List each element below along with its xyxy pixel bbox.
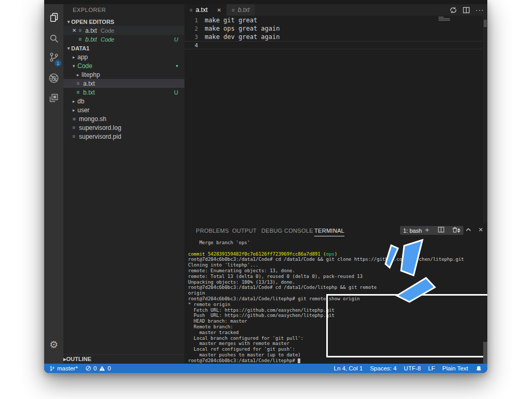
file-label: b.txt [85, 36, 97, 43]
open-editor-item[interactable]: ≡b.txtCodeU [63, 35, 184, 44]
chevron-down-icon: ▾ [71, 63, 76, 69]
tree-file-supervisord-pid[interactable]: ≡supervisord.pid [63, 132, 184, 141]
file-detail: Code [101, 36, 114, 43]
terminal-line: master pushes to master (up to date) [188, 352, 479, 358]
explorer-icon[interactable] [44, 7, 63, 28]
debug-icon[interactable] [44, 68, 63, 88]
open-editors-list: ✕≡a.txtCode ≡b.txtCodeU [63, 26, 184, 44]
panel-tab-problems[interactable]: PROBLEMS [196, 228, 229, 234]
chevron-right-icon: ▸ [71, 99, 76, 104]
open-editor-item[interactable]: ✕≡a.txtCode [63, 26, 184, 35]
file-tree: ▸app▾Code●▸litephp≡a.txt≡b.txtU▸db▸user■… [63, 52, 184, 141]
tree-item-label: db [77, 98, 84, 105]
split-terminal-icon[interactable] [437, 226, 445, 233]
tree-file-a-txt[interactable]: ≡a.txt [63, 79, 184, 88]
panel-tab-terminal[interactable]: TERMINAL [314, 228, 344, 236]
explorer-sidebar: EXPLORER ▾ OPEN EDITORS ✕≡a.txtCode ≡b.t… [63, 4, 184, 364]
language-mode-status[interactable]: Plain Text [442, 365, 468, 371]
editor-scrollbar[interactable] [483, 16, 487, 223]
editor-actions: ··· [449, 4, 484, 16]
sync-changes-icon[interactable] [449, 6, 457, 14]
tab-a-txt[interactable]: ≡ a.txt ✕ [184, 4, 227, 16]
file-icon: ≡ [71, 125, 77, 130]
code-line[interactable]: 2make ops great again [184, 24, 482, 33]
notifications-bell-icon[interactable] [475, 365, 482, 372]
file-icon: ≡ [232, 7, 235, 13]
tree-file-mongo-sh[interactable]: ■mongo.sh [63, 114, 184, 123]
tree-folder-db[interactable]: ▸db [63, 97, 184, 105]
close-icon[interactable]: ✕ [217, 7, 221, 13]
tree-file-supervisord-log[interactable]: ≡supervisord.log [63, 123, 184, 132]
encoding-status[interactable]: UTF-8 [404, 365, 421, 371]
search-icon[interactable] [44, 28, 63, 49]
terminal-line: remote: Total 13 (delta 0), reused 0 (de… [188, 274, 479, 280]
tree-item-label: litephp [82, 71, 100, 78]
kill-terminal-trash-icon[interactable] [451, 226, 458, 233]
vscode-window: 1 ⚙ EXPLORER ▾ OPEN EDITORS ✕≡a.txtCode … [44, 0, 487, 373]
terminal-line: * remote origin [188, 302, 479, 308]
panel-tab-debug-console[interactable]: DEBUG CONSOLE [261, 228, 313, 234]
terminal-scrollbar[interactable] [483, 342, 487, 364]
line-text: make git great [205, 17, 257, 24]
git-status-badge: U [174, 89, 178, 96]
line-text: make ops great again [205, 25, 280, 32]
open-editors-header[interactable]: ▾ OPEN EDITORS [63, 17, 184, 26]
status-bar: master* 0 0 Ln 4, Col 1 Spaces: 4 UTF-8 … [44, 364, 487, 373]
chevron-down-icon: ▾ [66, 46, 71, 51]
maximize-panel-chevron-icon[interactable] [465, 227, 472, 233]
terminal-line: root@7d204c6b0bc3:/data1/Code/litephp# [188, 358, 479, 364]
chevron-right-icon: ▸ [71, 55, 76, 60]
tree-folder-app[interactable]: ▸app [63, 52, 184, 61]
scm-badge: 1 [55, 60, 61, 66]
terminal-line: Merge branch 'ops' [188, 240, 479, 246]
eol-status[interactable]: LF [428, 365, 435, 371]
terminal-line: Fetch URL: https://github.com/easychen/l… [188, 308, 479, 313]
terminal-output[interactable]: Merge branch 'ops' commit 542839159482f0… [188, 240, 479, 364]
panel-header: PROBLEMSOUTPUTDEBUG CONSOLETERMINAL 1: b… [184, 223, 487, 238]
cursor-position-status[interactable]: Ln 4, Col 1 [334, 365, 363, 371]
folder-section-header[interactable]: ▾ DATA1 [63, 44, 184, 52]
panel-actions: ＋ ✕ [423, 226, 483, 233]
problems-status[interactable]: 0 0 [85, 365, 111, 371]
indentation-status[interactable]: Spaces: 4 [370, 365, 396, 371]
file-icon: ≡ [71, 134, 77, 139]
line-number: 1 [184, 17, 198, 24]
split-editor-icon[interactable] [462, 6, 470, 14]
shell-file-icon: ■ [71, 116, 77, 122]
tree-file-b-txt[interactable]: ≡b.txtU [63, 88, 184, 97]
file-icon: ≡ [77, 28, 83, 33]
terminal-line: Cloning into 'litephp'... [188, 262, 479, 268]
panel-tab-output[interactable]: OUTPUT [232, 228, 257, 234]
git-branch-status[interactable]: master* [49, 365, 78, 372]
tab-bar: ≡ a.txt ✕ ≡ b.txt ··· [184, 4, 487, 16]
code-line[interactable]: 3make dev great again [184, 33, 482, 41]
line-text: make dev great again [205, 33, 280, 41]
chevron-down-icon: ▾ [66, 19, 71, 24]
tree-folder-litephp[interactable]: ▸litephp [63, 70, 184, 79]
file-icon: ≡ [77, 36, 83, 42]
activity-bar: 1 ⚙ [44, 4, 63, 364]
settings-gear-icon[interactable]: ⚙ [44, 337, 63, 352]
terminal-line: Push URL: https://github.com/easychen/li… [188, 313, 479, 318]
git-status-badge: U [174, 36, 178, 43]
minimap[interactable] [438, 17, 452, 21]
extensions-icon[interactable] [44, 87, 63, 108]
close-icon[interactable]: ✕ [71, 28, 77, 33]
close-panel-icon[interactable]: ✕ [478, 227, 483, 233]
code-line[interactable]: 1make git great [184, 16, 482, 24]
file-label: a.txt [85, 27, 97, 34]
more-actions-icon[interactable]: ··· [475, 6, 484, 14]
titlebar [44, 0, 487, 4]
outline-section-header[interactable]: ▸ OUTLINE [63, 354, 184, 363]
line-number: 2 [184, 25, 198, 32]
terminal-cursor [298, 358, 300, 363]
tab-b-txt[interactable]: ≡ b.txt [227, 4, 255, 16]
source-control-icon[interactable]: 1 [44, 47, 63, 68]
tree-item-label: mongo.sh [79, 115, 107, 123]
tree-folder-Code[interactable]: ▾Code● [63, 61, 184, 70]
tree-folder-user[interactable]: ▸user [63, 105, 184, 114]
terminal-line [188, 246, 479, 251]
code-line[interactable]: 4 [184, 41, 482, 49]
new-terminal-icon[interactable]: ＋ [423, 226, 431, 233]
code-editor[interactable]: 1make git great2make ops great again3mak… [184, 16, 487, 223]
